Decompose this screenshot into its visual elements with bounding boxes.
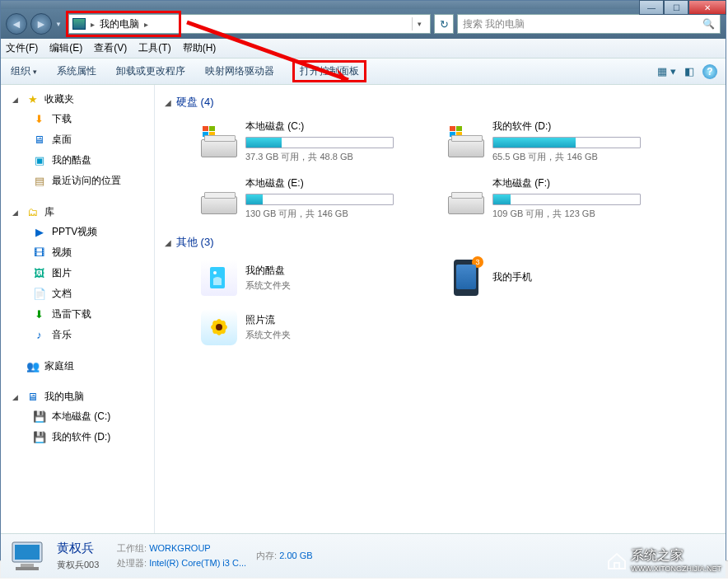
details-computer-label: 黄权兵003 <box>57 560 99 569</box>
minimize-button[interactable]: — <box>639 0 664 15</box>
svg-rect-5 <box>456 126 462 131</box>
svg-point-9 <box>213 271 217 274</box>
other-item[interactable]: 3 我的手机 <box>445 256 675 299</box>
content-pane: ◢硬盘 (4) 本地磁盘 (C:) 37.3 GB 可用，共 48.8 GB 我… <box>155 85 726 533</box>
search-icon[interactable]: 🔍 <box>702 18 715 30</box>
others-section-header[interactable]: ◢其他 (3) <box>165 232 716 253</box>
refresh-button[interactable]: ↻ <box>434 14 454 34</box>
other-name: 照片流 <box>245 313 291 327</box>
sidebar-item-recent[interactable]: ▤最近访问的位置 <box>1 171 154 191</box>
details-col-2: 内存: 2.00 GB <box>256 550 312 562</box>
chevron-right-icon[interactable]: ▸ <box>142 20 150 29</box>
sidebar-item-pictures[interactable]: 🖼图片 <box>1 263 154 283</box>
sidebar-item-xunlei[interactable]: ⬇迅雷下载 <box>1 304 154 325</box>
explorer-window: — ☐ ✕ ◄ ► ▼ ▸ 我的电脑 ▸ ▾ ↻ 搜索 我的电脑 🔍 文件(F)… <box>0 0 726 560</box>
menu-edit[interactable]: 编辑(E) <box>49 41 82 55</box>
maximize-button[interactable]: ☐ <box>664 0 688 15</box>
other-item[interactable]: 照片流 系统文件夹 <box>198 306 428 349</box>
forward-button[interactable]: ► <box>30 13 52 35</box>
sidebar-item-desktop[interactable]: 🖥桌面 <box>1 129 154 150</box>
body: ◢★收藏夹 ⬇下载 🖥桌面 ▣我的酷盘 ▤最近访问的位置 ◢🗂库 ▶PPTV视频… <box>1 85 726 533</box>
sidebar-item-drive-d[interactable]: 💾我的软件 (D:) <box>1 427 154 447</box>
kupan-icon <box>201 260 237 296</box>
control-panel-button[interactable]: 打开控制面板 <box>292 60 366 82</box>
drive-icon <box>448 126 486 157</box>
sidebar-item-music[interactable]: ♪音乐 <box>1 325 154 345</box>
history-dropdown[interactable]: ▼ <box>55 21 65 28</box>
drives-section-header[interactable]: ◢硬盘 (4) <box>165 91 716 113</box>
svg-rect-18 <box>21 564 34 567</box>
sidebar-homegroup-header[interactable]: ◢👥家庭组 <box>1 357 154 376</box>
search-placeholder: 搜索 我的电脑 <box>463 17 525 31</box>
download-icon: ⬇ <box>32 308 46 321</box>
svg-rect-19 <box>16 567 39 570</box>
drive-item[interactable]: 本地磁盘 (E:) 130 GB 可用，共 146 GB <box>198 173 428 223</box>
sidebar-libraries-header[interactable]: ◢🗂库 <box>1 203 154 222</box>
other-subtext: 系统文件夹 <box>245 329 291 341</box>
help-button[interactable]: ? <box>702 64 717 79</box>
svg-rect-17 <box>15 545 40 560</box>
sidebar-item-kupan[interactable]: ▣我的酷盘 <box>1 150 154 171</box>
sidebar-item-downloads[interactable]: ⬇下载 <box>1 109 154 129</box>
computer-icon: 🖥 <box>26 391 40 403</box>
sidebar-item-drive-c[interactable]: 💾本地磁盘 (C:) <box>1 406 154 427</box>
uninstall-button[interactable]: 卸载或更改程序 <box>114 61 187 82</box>
drive-subtext: 37.3 GB 可用，共 48.8 GB <box>245 151 425 163</box>
back-button[interactable]: ◄ <box>6 13 27 35</box>
document-icon: 📄 <box>32 288 46 300</box>
video-icon: ▶ <box>32 226 46 238</box>
details-col-1: 工作组: WORKGROUP 处理器: Intel(R) Core(TM) i3… <box>117 542 246 569</box>
map-network-button[interactable]: 映射网络驱动器 <box>203 61 276 82</box>
drive-icon: 💾 <box>32 431 46 443</box>
other-subtext: 系统文件夹 <box>245 279 291 292</box>
sidebar-computer-header[interactable]: ◢🖥我的电脑 <box>1 387 154 406</box>
menu-help[interactable]: 帮助(H) <box>183 41 217 55</box>
address-bar[interactable]: ▸ 我的电脑 ▸ ▾ <box>68 14 431 34</box>
download-icon: ⬇ <box>32 113 46 125</box>
drive-subtext: 130 GB 可用，共 146 GB <box>245 208 425 220</box>
search-input[interactable]: 搜索 我的电脑 🔍 <box>457 14 721 34</box>
sidebar: ◢★收藏夹 ⬇下载 🖥桌面 ▣我的酷盘 ▤最近访问的位置 ◢🗂库 ▶PPTV视频… <box>1 85 155 533</box>
sidebar-item-documents[interactable]: 📄文档 <box>1 283 154 304</box>
menu-tools[interactable]: 工具(T) <box>138 41 170 55</box>
drive-item[interactable]: 本地磁盘 (C:) 37.3 GB 可用，共 48.8 GB <box>198 116 428 166</box>
watermark: 系统之家WWW.XITONGZHIJIA.NET <box>606 547 721 573</box>
homegroup-icon: 👥 <box>26 360 40 372</box>
drive-usage-bar <box>492 137 641 148</box>
close-button[interactable]: ✕ <box>688 0 726 15</box>
drive-name: 本地磁盘 (F:) <box>492 176 672 190</box>
menu-view[interactable]: 查看(V) <box>94 41 127 55</box>
menu-file[interactable]: 文件(F) <box>6 41 38 55</box>
drive-item[interactable]: 我的软件 (D:) 65.5 GB 可用，共 146 GB <box>445 116 675 166</box>
drive-icon <box>448 183 486 214</box>
preview-pane-button[interactable]: ◧ <box>684 65 694 77</box>
drive-subtext: 109 GB 可用，共 123 GB <box>492 208 672 220</box>
chevron-right-icon: ▸ <box>89 20 96 29</box>
details-main: 黄权兵 黄权兵003 <box>57 541 107 571</box>
video-icon: 🎞 <box>32 246 46 259</box>
drive-icon <box>201 126 239 157</box>
drive-item[interactable]: 本地磁盘 (F:) 109 GB 可用，共 123 GB <box>445 173 675 223</box>
view-options-button[interactable]: ▦ ▾ <box>657 65 676 77</box>
svg-rect-1 <box>209 126 215 131</box>
drive-usage-bar <box>492 194 641 205</box>
details-name: 黄权兵 <box>57 541 94 556</box>
other-name: 我的手机 <box>492 270 532 284</box>
sidebar-item-pptv[interactable]: ▶PPTV视频 <box>1 222 154 242</box>
organize-button[interactable]: 组织 <box>9 61 39 82</box>
sidebar-item-video[interactable]: 🎞视频 <box>1 242 154 263</box>
menubar: 文件(F) 编辑(E) 查看(V) 工具(T) 帮助(H) <box>1 39 726 59</box>
phone-icon: 3 <box>448 260 484 296</box>
other-item[interactable]: 我的酷盘 系统文件夹 <box>198 256 428 299</box>
others-grid: 我的酷盘 系统文件夹 3 我的手机 照片流 系统文件夹 <box>165 253 716 357</box>
sidebar-favorites-header[interactable]: ◢★收藏夹 <box>1 90 154 109</box>
photo-icon <box>201 309 237 345</box>
drive-usage-bar <box>245 137 394 148</box>
drive-icon: 💾 <box>32 410 46 423</box>
drive-icon <box>201 183 239 214</box>
toolbar-right: ▦ ▾ ◧ ? <box>657 64 717 79</box>
address-dropdown[interactable]: ▾ <box>412 17 427 30</box>
drive-usage-bar <box>245 194 394 205</box>
window-controls: — ☐ ✕ <box>639 0 726 15</box>
system-properties-button[interactable]: 系统属性 <box>55 61 98 82</box>
